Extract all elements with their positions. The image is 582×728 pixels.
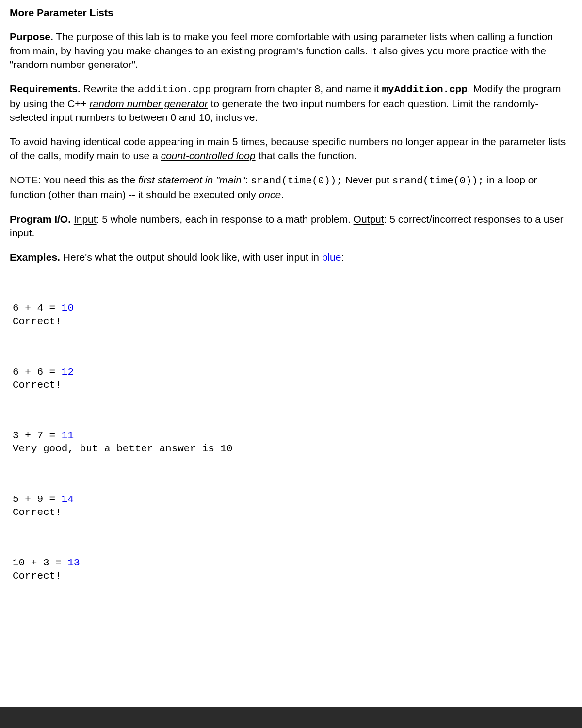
page-title: More Parameter Lists	[10, 6, 572, 19]
note-first: first statement in "main"	[138, 174, 245, 185]
note-text1: NOTE: You need this as the	[10, 174, 138, 185]
requirements-rng: random number generator	[90, 98, 208, 109]
requirements-paragraph: Requirements. Rewrite the addition.cpp p…	[10, 82, 572, 124]
examples-label: Examples.	[10, 251, 60, 263]
examples-blue: blue	[322, 251, 341, 263]
loop-text2: that calls the function.	[256, 150, 357, 161]
requirements-code2: myAddition.cpp	[382, 84, 468, 95]
example-response: Correct!	[13, 506, 572, 519]
requirements-code1: addition.cpp	[138, 84, 211, 95]
io-label: Program I/O.	[10, 214, 71, 225]
example-prompt: 10 + 3 =	[13, 557, 67, 568]
note-text3: Never put	[342, 174, 392, 185]
example-prompt: 6 + 4 =	[13, 302, 62, 314]
requirements-text1: Rewrite the	[81, 83, 138, 94]
example-group-3: 5 + 9 = 14Correct!	[13, 493, 572, 519]
example-input: 10	[62, 302, 74, 314]
example-prompt: 3 + 7 =	[13, 430, 62, 441]
note-paragraph: NOTE: You need this as the first stateme…	[10, 173, 572, 202]
note-code1: srand(time(0));	[251, 175, 342, 186]
example-response: Very good, but a better answer is 10	[13, 442, 572, 455]
examples-text1: Here's what the output should look like,…	[60, 251, 322, 263]
example-input: 14	[62, 494, 74, 505]
example-prompt: 5 + 9 =	[13, 494, 62, 505]
purpose-paragraph: Purpose. The purpose of this lab is to m…	[10, 30, 572, 71]
note-once: once	[259, 189, 281, 200]
note-text2: :	[245, 174, 251, 185]
example-group-1: 6 + 6 = 12Correct!	[13, 365, 572, 392]
purpose-text: The purpose of this lab is to make you f…	[10, 31, 553, 70]
requirements-label: Requirements.	[10, 83, 81, 94]
example-input: 12	[62, 366, 74, 378]
example-response: Correct!	[13, 315, 572, 328]
note-text5: .	[281, 189, 284, 200]
example-response: Correct!	[13, 379, 572, 392]
example-input: 13	[67, 557, 80, 568]
loop-paragraph: To avoid having identical code appearing…	[10, 135, 572, 163]
example-prompt: 6 + 6 =	[13, 366, 62, 378]
io-input-label: Input	[74, 214, 97, 225]
io-input-text: : 5 whole numbers, each in response to a…	[97, 214, 354, 225]
purpose-label: Purpose.	[10, 31, 53, 42]
example-group-4: 10 + 3 = 13Correct!	[13, 556, 572, 583]
example-group-0: 6 + 4 = 10Correct!	[13, 301, 572, 328]
io-paragraph: Program I/O. Input: 5 whole numbers, eac…	[10, 213, 572, 240]
example-response: Correct!	[13, 569, 572, 582]
example-output: 6 + 4 = 10Correct! 6 + 6 = 12Correct! 3 …	[13, 275, 572, 607]
note-code2: srand(time(0));	[392, 175, 484, 186]
footer-bar	[0, 707, 582, 728]
loop-phrase: count-controlled loop	[161, 150, 256, 161]
example-group-2: 3 + 7 = 11Very good, but a better answer…	[13, 429, 572, 456]
examples-paragraph: Examples. Here's what the output should …	[10, 250, 572, 264]
example-input: 11	[62, 430, 74, 441]
examples-text2: :	[341, 251, 344, 263]
requirements-text2: program from chapter 8, and name it	[211, 83, 382, 94]
io-output-label: Output	[354, 214, 384, 225]
